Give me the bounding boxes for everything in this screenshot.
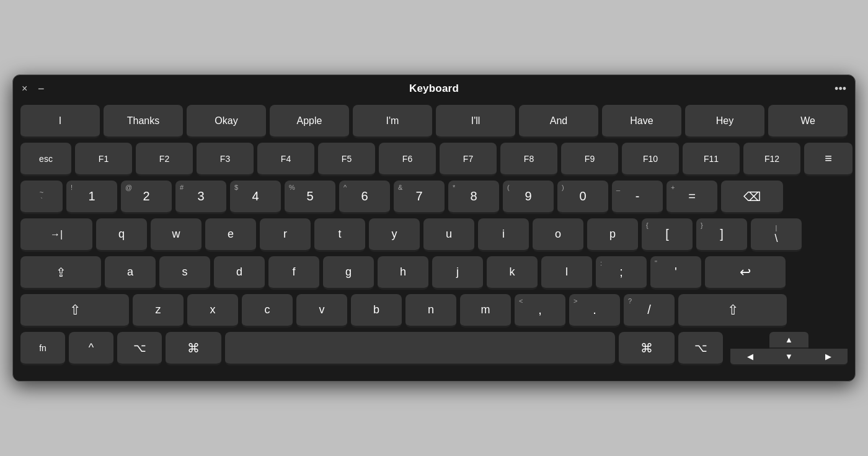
key-k[interactable]: k	[487, 256, 538, 290]
key-t[interactable]: t	[314, 218, 365, 252]
key-left[interactable]: ◀	[730, 349, 769, 365]
key-open-bracket[interactable]: { [	[642, 218, 693, 252]
key-c[interactable]: c	[242, 294, 293, 328]
suggestion-apple[interactable]: Apple	[270, 105, 349, 138]
key-cmd-right[interactable]: ⌘	[619, 332, 675, 365]
key-f1[interactable]: F1	[75, 143, 132, 176]
close-button[interactable]: ×	[22, 84, 27, 94]
key-h[interactable]: h	[378, 256, 428, 290]
key-f[interactable]: f	[268, 256, 319, 290]
key-close-bracket[interactable]: } ]	[696, 218, 747, 252]
bottom-row: fn ^ ⌥ ⌘ ⌘ ⌥ ▲ ◀ ▼ ▶	[20, 332, 848, 365]
suggestion-and[interactable]: And	[519, 105, 598, 138]
qwerty-row: →| q w e r t y u i o p { [ } ] | \	[20, 218, 848, 252]
key-backslash[interactable]: | \	[751, 218, 802, 252]
key-9[interactable]: ( 9	[503, 181, 554, 214]
key-slash[interactable]: ? /	[624, 294, 675, 328]
suggestion-i[interactable]: I	[20, 105, 100, 138]
key-shift-right[interactable]: ⇧	[678, 294, 787, 328]
key-f7[interactable]: F7	[440, 143, 497, 176]
key-v[interactable]: v	[296, 294, 347, 328]
key-space[interactable]	[225, 332, 615, 365]
key-quote[interactable]: " '	[650, 256, 701, 290]
key-f8[interactable]: F8	[500, 143, 557, 176]
key-i[interactable]: i	[478, 218, 529, 252]
key-2[interactable]: @ 2	[121, 181, 172, 214]
key-w[interactable]: w	[151, 218, 202, 252]
key-y[interactable]: y	[369, 218, 420, 252]
key-7[interactable]: & 7	[394, 181, 445, 214]
key-p[interactable]: p	[587, 218, 638, 252]
key-n[interactable]: n	[405, 294, 456, 328]
arrow-cluster: ▲ ◀ ▼ ▶	[730, 332, 848, 365]
key-g[interactable]: g	[323, 256, 374, 290]
key-8[interactable]: * 8	[448, 181, 499, 214]
key-semicolon[interactable]: : ;	[596, 256, 647, 290]
key-6[interactable]: ^ 6	[339, 181, 390, 214]
zxcv-row: ⇧ z x c v b n m < , > . ? / ⇧	[20, 294, 848, 328]
suggestion-hey[interactable]: Hey	[685, 105, 764, 138]
key-right[interactable]: ▶	[808, 349, 848, 365]
suggestion-im[interactable]: I'm	[353, 105, 432, 138]
suggestion-ill[interactable]: I'll	[436, 105, 515, 138]
suggestion-okay[interactable]: Okay	[187, 105, 266, 138]
key-r[interactable]: r	[260, 218, 311, 252]
minimize-button[interactable]: −	[38, 83, 45, 94]
suggestion-thanks[interactable]: Thanks	[104, 105, 183, 138]
key-f6[interactable]: F6	[379, 143, 436, 176]
keyboard-window: × − Keyboard ••• I Thanks Okay Apple I'm…	[12, 74, 856, 382]
key-1[interactable]: ! 1	[66, 181, 117, 214]
key-u[interactable]: u	[423, 218, 474, 252]
key-tab[interactable]: →|	[20, 218, 92, 252]
key-period[interactable]: > .	[569, 294, 620, 328]
key-x[interactable]: x	[187, 294, 238, 328]
title-bar: × − Keyboard •••	[13, 75, 855, 102]
number-row: ~ ` ! 1 @ 2 # 3 $ 4 % 5	[20, 181, 848, 214]
key-f11[interactable]: F11	[683, 143, 740, 176]
key-comma[interactable]: < ,	[515, 294, 565, 328]
key-ctrl[interactable]: ^	[69, 332, 113, 365]
key-f10[interactable]: F10	[622, 143, 679, 176]
key-s[interactable]: s	[159, 256, 210, 290]
key-o[interactable]: o	[533, 218, 583, 252]
key-fn[interactable]: fn	[20, 332, 65, 365]
key-alt-left[interactable]: ⌥	[117, 332, 162, 365]
key-0[interactable]: ) 0	[557, 181, 608, 214]
key-caps[interactable]: ⇪	[20, 256, 101, 290]
key-up[interactable]: ▲	[769, 332, 808, 349]
key-esc[interactable]: esc	[20, 143, 71, 176]
key-d[interactable]: d	[214, 256, 265, 290]
suggestion-we[interactable]: We	[768, 105, 848, 138]
key-f4[interactable]: F4	[257, 143, 314, 176]
key-f12[interactable]: F12	[743, 143, 800, 176]
key-f3[interactable]: F3	[197, 143, 254, 176]
key-z[interactable]: z	[133, 294, 184, 328]
key-3[interactable]: # 3	[175, 181, 226, 214]
key-backspace[interactable]: ⌫	[721, 181, 783, 214]
key-j[interactable]: j	[432, 256, 483, 290]
key-e[interactable]: e	[205, 218, 256, 252]
key-f2[interactable]: F2	[136, 143, 193, 176]
key-minus[interactable]: _ -	[612, 181, 663, 214]
key-a[interactable]: a	[105, 256, 156, 290]
key-cmd-left[interactable]: ⌘	[166, 332, 221, 365]
key-b[interactable]: b	[351, 294, 402, 328]
key-f9[interactable]: F9	[561, 143, 618, 176]
asdf-row: ⇪ a s d f g h j k l : ; " ' ↩	[20, 256, 848, 290]
suggestion-row: I Thanks Okay Apple I'm I'll And Have He…	[20, 105, 848, 138]
key-l[interactable]: l	[541, 256, 592, 290]
key-tilde[interactable]: ~ `	[20, 181, 63, 214]
key-equal[interactable]: + =	[666, 181, 717, 214]
key-q[interactable]: q	[96, 218, 147, 252]
key-f5[interactable]: F5	[318, 143, 375, 176]
key-alt-right[interactable]: ⌥	[678, 332, 723, 365]
key-shift-left[interactable]: ⇧	[20, 294, 129, 328]
key-down[interactable]: ▼	[769, 349, 808, 365]
key-m[interactable]: m	[460, 294, 511, 328]
key-list[interactable]: ≡	[804, 143, 852, 176]
key-4[interactable]: $ 4	[230, 181, 281, 214]
more-button[interactable]: •••	[835, 83, 846, 96]
suggestion-have[interactable]: Have	[602, 105, 681, 138]
key-5[interactable]: % 5	[285, 181, 335, 214]
key-enter[interactable]: ↩	[705, 256, 786, 290]
